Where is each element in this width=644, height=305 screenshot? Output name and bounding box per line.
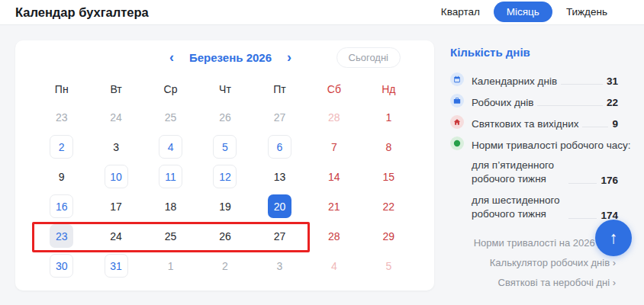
weekday-label: Ср — [143, 75, 198, 102]
days-summary-panel: Кількість днів Календарних днів31Робочих… — [450, 46, 618, 221]
date-10[interactable]: 10 — [105, 165, 128, 188]
date-24: 24 — [105, 224, 128, 248]
chevron-left-icon[interactable]: ‹ — [169, 50, 174, 64]
date-cell: 23 — [34, 102, 89, 132]
stat-label: Робочих днів — [472, 97, 533, 108]
date-9: 9 — [50, 165, 73, 188]
date-cell: 20 — [253, 191, 307, 221]
date-20[interactable]: 20 — [268, 194, 291, 218]
date-26: 26 — [213, 105, 237, 129]
date-3: 3 — [105, 135, 128, 159]
date-8: 8 — [377, 135, 401, 159]
date-cell: 25 — [143, 221, 198, 251]
date-cell: 31 — [89, 251, 143, 281]
date-25: 25 — [159, 105, 182, 129]
norm-row: для шестиденного робочого тижня174 — [472, 194, 618, 221]
date-5[interactable]: 5 — [213, 135, 237, 159]
date-cell: 15 — [362, 162, 416, 191]
date-cell: 6 — [253, 132, 307, 162]
date-cell: 3 — [253, 251, 307, 281]
date-15: 15 — [377, 165, 401, 188]
date-cell: 22 — [362, 191, 416, 221]
clock-icon — [450, 136, 464, 150]
norm-label: для п’ятиденного робочого тижня — [472, 159, 565, 186]
view-tab-month[interactable]: Місяць — [494, 2, 552, 22]
footer-link[interactable]: Норми тривалості на 2026 рік › — [450, 238, 616, 249]
scroll-top-button[interactable]: ↑ — [595, 220, 632, 256]
date-6[interactable]: 6 — [268, 135, 291, 159]
date-27: 27 — [268, 224, 291, 248]
date-cell: 7 — [307, 132, 361, 162]
month-navigation: ‹ Березень 2026 › — [169, 50, 291, 64]
date-11[interactable]: 11 — [159, 165, 182, 188]
date-17: 17 — [105, 194, 128, 218]
weekday-label: Сб — [307, 75, 361, 102]
norm-value: 176 — [601, 175, 618, 186]
month-title: Березень 2026 — [189, 51, 272, 64]
date-23[interactable]: 23 — [50, 224, 73, 248]
date-cell: 1 — [143, 251, 198, 281]
date-cell: 10 — [89, 162, 143, 191]
date-cell: 24 — [89, 221, 143, 251]
stat-label: Святкових та вихідних — [472, 118, 578, 130]
date-cell: 16 — [34, 191, 89, 221]
today-button[interactable]: Сьогодні — [336, 47, 401, 68]
date-31[interactable]: 31 — [105, 254, 128, 278]
stat-row: Норми тривалості робочого часу: — [450, 136, 618, 151]
arrow-up-icon: ↑ — [610, 228, 618, 248]
norms-list: для п’ятиденного робочого тижня176для ше… — [450, 159, 618, 221]
date-18: 18 — [159, 194, 182, 218]
date-2: 2 — [213, 254, 237, 278]
date-cell: 26 — [198, 221, 252, 251]
date-cell: 5 — [198, 132, 252, 162]
date-cell: 11 — [143, 162, 198, 191]
weekday-label: Нд — [362, 75, 416, 102]
sidebar-title: Кількість днів — [450, 46, 618, 59]
leader-line — [568, 218, 597, 219]
date-2[interactable]: 2 — [50, 135, 73, 159]
date-5: 5 — [377, 254, 401, 278]
footer-link[interactable]: Святкові та неробочі дні › — [450, 278, 616, 288]
date-12[interactable]: 12 — [213, 165, 237, 188]
date-cell: 28 — [307, 102, 361, 132]
date-cell: 14 — [307, 162, 361, 191]
weekday-label: Чт — [198, 75, 252, 102]
date-19: 19 — [213, 194, 237, 218]
view-tab-week[interactable]: Тиждень — [559, 2, 615, 22]
date-27: 27 — [268, 105, 291, 129]
date-cell: 5 — [362, 251, 416, 281]
date-cell: 8 — [362, 132, 416, 162]
date-cell: 25 — [143, 102, 198, 132]
stat-value: 9 — [612, 118, 618, 130]
date-16[interactable]: 16 — [50, 194, 73, 218]
date-25: 25 — [159, 224, 182, 248]
footer-link[interactable]: Калькулятор робочих днів › — [450, 258, 616, 268]
date-23: 23 — [50, 105, 73, 129]
chevron-right-icon[interactable]: › — [287, 50, 291, 64]
weekday-label: Пт — [253, 75, 307, 102]
date-cell: 13 — [253, 162, 307, 191]
date-cell: 18 — [143, 191, 198, 221]
date-cell: 17 — [89, 191, 143, 221]
date-3: 3 — [268, 254, 291, 278]
stat-value: 22 — [607, 97, 618, 108]
weekday-label: Вт — [89, 75, 143, 102]
date-22: 22 — [377, 194, 401, 218]
view-tab-quarter[interactable]: Квартал — [433, 2, 488, 22]
briefcase-icon — [450, 94, 464, 108]
date-cell: 26 — [198, 102, 252, 132]
date-4[interactable]: 4 — [159, 135, 182, 159]
date-4: 4 — [322, 254, 346, 278]
leader-line — [568, 183, 597, 184]
date-cell: 24 — [89, 102, 143, 132]
date-cell: 3 — [89, 132, 143, 162]
leader-line — [561, 84, 603, 85]
date-cell: 21 — [307, 191, 361, 221]
date-cell: 27 — [253, 221, 307, 251]
date-28: 28 — [322, 105, 346, 129]
footer-links: Норми тривалості на 2026 рік ›Калькулято… — [450, 238, 616, 297]
date-cell: 2 — [34, 132, 89, 162]
date-30[interactable]: 30 — [50, 254, 73, 278]
weekday-label: Пн — [34, 75, 89, 102]
date-28: 28 — [322, 224, 346, 248]
